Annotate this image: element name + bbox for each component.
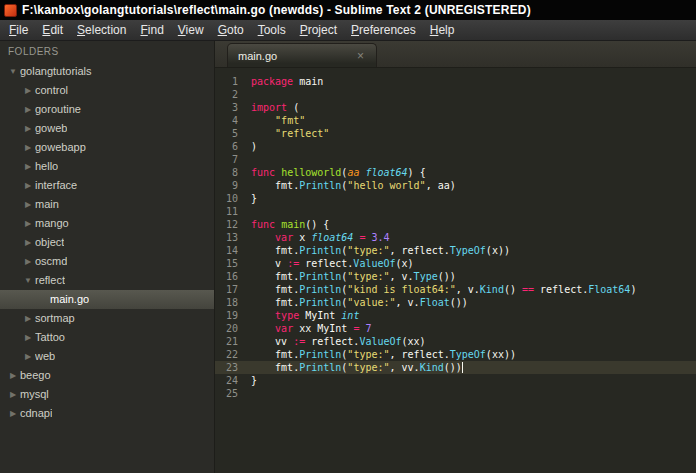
- code-area[interactable]: 1package main23import (4 "fmt"5 "reflect…: [215, 68, 696, 473]
- chevron-down-icon[interactable]: ▼: [6, 62, 20, 81]
- chevron-right-icon[interactable]: ▶: [21, 214, 35, 233]
- chevron-right-icon[interactable]: ▶: [21, 81, 35, 100]
- line-number: 2: [215, 88, 251, 101]
- chevron-right-icon[interactable]: ▶: [21, 233, 35, 252]
- line-number: 13: [215, 231, 251, 244]
- tree-folder-object[interactable]: ▶object: [0, 233, 214, 252]
- code-line-19[interactable]: 19 type MyInt int: [215, 309, 696, 322]
- tree-folder-cdnapi[interactable]: ▶cdnapi: [0, 404, 214, 423]
- tree-folder-sortmap[interactable]: ▶sortmap: [0, 309, 214, 328]
- tree-item-label: hello: [35, 157, 58, 176]
- tree-folder-beego[interactable]: ▶beego: [0, 366, 214, 385]
- code-line-17[interactable]: 17 fmt.Println("kind is float64:", v.Kin…: [215, 283, 696, 296]
- tree-item-label: cdnapi: [20, 404, 52, 423]
- tree-item-label: golangtutorials: [20, 62, 92, 81]
- menu-preferences[interactable]: Preferences: [344, 21, 423, 39]
- tree-file-main.go[interactable]: main.go: [0, 290, 214, 309]
- menu-view[interactable]: View: [171, 21, 211, 39]
- menu-goto[interactable]: Goto: [211, 21, 251, 39]
- line-number: 22: [215, 348, 251, 361]
- tree-item-label: oscmd: [35, 252, 67, 271]
- code-line-7[interactable]: 7: [215, 153, 696, 166]
- code-line-5[interactable]: 5 "reflect": [215, 127, 696, 140]
- menu-edit[interactable]: Edit: [35, 21, 70, 39]
- menu-find[interactable]: Find: [133, 21, 170, 39]
- tree-folder-golangtutorials[interactable]: ▼golangtutorials: [0, 62, 214, 81]
- chevron-right-icon[interactable]: ▶: [6, 385, 20, 404]
- code-line-2[interactable]: 2: [215, 88, 696, 101]
- line-number: 9: [215, 179, 251, 192]
- code-line-18[interactable]: 18 fmt.Println("value:", v.Float()): [215, 296, 696, 309]
- code-line-22[interactable]: 22 fmt.Println("type:", reflect.TypeOf(x…: [215, 348, 696, 361]
- titlebar[interactable]: F:\kanbox\golangtutorials\reflect\main.g…: [0, 0, 696, 20]
- chevron-right-icon[interactable]: ▶: [6, 366, 20, 385]
- chevron-right-icon[interactable]: ▶: [21, 328, 35, 347]
- code-line-15[interactable]: 15 v := reflect.ValueOf(x): [215, 257, 696, 270]
- tree-folder-goweb[interactable]: ▶goweb: [0, 119, 214, 138]
- menu-file[interactable]: File: [2, 21, 35, 39]
- tree-folder-main[interactable]: ▶main: [0, 195, 214, 214]
- tree-folder-tattoo[interactable]: ▶Tattoo: [0, 328, 214, 347]
- chevron-right-icon[interactable]: ▶: [21, 138, 35, 157]
- code-line-6[interactable]: 6): [215, 140, 696, 153]
- chevron-right-icon[interactable]: ▶: [21, 176, 35, 195]
- code-line-10[interactable]: 10}: [215, 192, 696, 205]
- code-text: fmt.Println("kind is float64:", v.Kind()…: [251, 283, 636, 296]
- line-number: 1: [215, 75, 251, 88]
- menubar: FileEditSelectionFindViewGotoToolsProjec…: [0, 20, 696, 41]
- tree-folder-hello[interactable]: ▶hello: [0, 157, 214, 176]
- line-number: 24: [215, 374, 251, 387]
- menu-selection[interactable]: Selection: [70, 21, 133, 39]
- chevron-right-icon[interactable]: ▶: [21, 157, 35, 176]
- code-text: fmt.Println("value:", v.Float()): [251, 296, 468, 309]
- menu-help[interactable]: Help: [423, 21, 462, 39]
- code-line-14[interactable]: 14 fmt.Println("type:", reflect.TypeOf(x…: [215, 244, 696, 257]
- chevron-right-icon[interactable]: ▶: [21, 252, 35, 271]
- tab-label: main.go: [238, 50, 355, 62]
- tree-folder-oscmd[interactable]: ▶oscmd: [0, 252, 214, 271]
- code-text: }: [251, 374, 257, 387]
- menu-project[interactable]: Project: [293, 21, 344, 39]
- chevron-right-icon[interactable]: ▶: [6, 404, 20, 423]
- tree-folder-mysql[interactable]: ▶mysql: [0, 385, 214, 404]
- code-line-8[interactable]: 8func helloworld(aa float64) {: [215, 166, 696, 179]
- code-line-13[interactable]: 13 var x float64 = 3.4: [215, 231, 696, 244]
- tree-folder-reflect[interactable]: ▼reflect: [0, 271, 214, 290]
- chevron-right-icon[interactable]: ▶: [21, 309, 35, 328]
- tree-folder-mango[interactable]: ▶mango: [0, 214, 214, 233]
- code-line-23[interactable]: 23 fmt.Println("type:", vv.Kind()): [215, 361, 696, 374]
- chevron-right-icon[interactable]: ▶: [21, 195, 35, 214]
- line-number: 8: [215, 166, 251, 179]
- code-line-11[interactable]: 11: [215, 205, 696, 218]
- tree-item-label: reflect: [35, 271, 65, 290]
- code-line-24[interactable]: 24}: [215, 374, 696, 387]
- tab-main-go[interactable]: main.go ×: [227, 43, 377, 67]
- chevron-down-icon[interactable]: ▼: [21, 271, 35, 290]
- menu-tools[interactable]: Tools: [251, 21, 293, 39]
- line-number: 19: [215, 309, 251, 322]
- code-line-21[interactable]: 21 vv := reflect.ValueOf(xx): [215, 335, 696, 348]
- tree-item-label: goroutine: [35, 100, 81, 119]
- code-line-1[interactable]: 1package main: [215, 75, 696, 88]
- line-number: 3: [215, 101, 251, 114]
- chevron-right-icon[interactable]: ▶: [21, 119, 35, 138]
- tree-item-label: main: [35, 195, 59, 214]
- tree-folder-gowebapp[interactable]: ▶gowebapp: [0, 138, 214, 157]
- code-line-9[interactable]: 9 fmt.Println("hello world", aa): [215, 179, 696, 192]
- code-line-4[interactable]: 4 "fmt": [215, 114, 696, 127]
- code-line-25[interactable]: 25: [215, 387, 696, 400]
- tree-item-label: main.go: [50, 290, 89, 309]
- tree-folder-web[interactable]: ▶web: [0, 347, 214, 366]
- code-line-3[interactable]: 3import (: [215, 101, 696, 114]
- code-line-12[interactable]: 12func main() {: [215, 218, 696, 231]
- code-line-16[interactable]: 16 fmt.Println("type:", v.Type()): [215, 270, 696, 283]
- tree-folder-interface[interactable]: ▶interface: [0, 176, 214, 195]
- tab-close-icon[interactable]: ×: [355, 48, 366, 64]
- tree-folder-control[interactable]: ▶control: [0, 81, 214, 100]
- chevron-right-icon[interactable]: ▶: [21, 347, 35, 366]
- line-number: 15: [215, 257, 251, 270]
- code-text: "reflect": [251, 127, 329, 140]
- code-line-20[interactable]: 20 var xx MyInt = 7: [215, 322, 696, 335]
- tree-folder-goroutine[interactable]: ▶goroutine: [0, 100, 214, 119]
- chevron-right-icon[interactable]: ▶: [21, 100, 35, 119]
